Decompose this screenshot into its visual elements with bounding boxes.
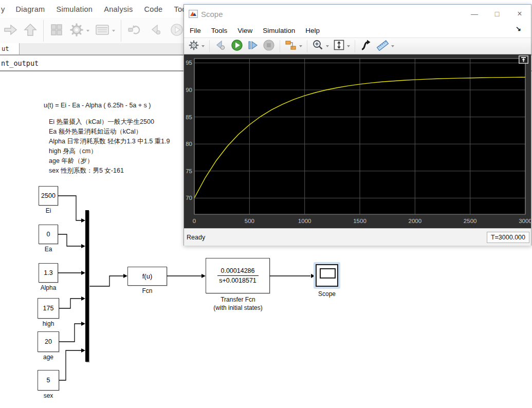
menu-item-file[interactable]: File	[184, 27, 206, 34]
scope-window: Scope — □ × File Tools View Simulation H…	[184, 4, 531, 246]
svg-text:85: 85	[186, 114, 192, 120]
gear-icon	[69, 22, 84, 40]
magnifier-icon	[312, 39, 324, 53]
menu-item-view[interactable]: View	[232, 27, 258, 34]
run-button[interactable]	[229, 39, 245, 53]
library-browser-button[interactable]	[47, 21, 66, 41]
update-diagram-button[interactable]	[124, 21, 146, 41]
model-data-editor-button[interactable]	[92, 21, 118, 41]
menu-item-simulation[interactable]: Simulation	[50, 5, 98, 13]
svg-text:80: 80	[186, 141, 192, 147]
chevron-down-icon	[347, 45, 350, 47]
fcn-block[interactable]: f(u) Fcn	[127, 267, 167, 294]
scope-status-bar: Ready T=3000.000	[184, 228, 531, 246]
menu-item-analysis[interactable]: Analysis	[98, 5, 138, 13]
status-text: Ready	[184, 234, 205, 241]
chevron-down-icon	[201, 45, 205, 47]
svg-text:2000: 2000	[409, 218, 422, 224]
maximize-button[interactable]: □	[486, 5, 508, 23]
trigger-button[interactable]	[358, 39, 374, 53]
scope-screen-icon	[320, 268, 336, 279]
constant-value: 1.3	[39, 263, 58, 283]
mux-block[interactable]	[85, 210, 89, 362]
simulation-time-readout: T=3000.000	[487, 232, 529, 243]
block-label: high	[38, 320, 59, 327]
model-settings-button[interactable]	[66, 21, 92, 41]
fraction-line	[217, 275, 259, 276]
chevron-down-icon	[326, 45, 329, 47]
scope-chart: 050010001500200025003000707580859095	[184, 54, 531, 228]
annotation-line: sex 性别系数：男5 女-161	[49, 166, 170, 176]
signal-selector-button[interactable]	[283, 39, 304, 53]
forward-button[interactable]	[0, 21, 21, 41]
zoom-in-button[interactable]	[310, 39, 331, 53]
block-label: sex	[38, 392, 59, 399]
corner-arrow-icon: ↘	[510, 25, 526, 32]
constant-block-ea[interactable]: 0 Ea	[39, 225, 58, 253]
ruler-icon	[376, 39, 389, 53]
model-tab[interactable]: ut	[0, 43, 20, 54]
model-annotation[interactable]: u(t) = Ei - Ea - Alpha ( 6.25h - 5a + s …	[44, 101, 170, 176]
svg-text:95: 95	[186, 60, 192, 66]
signal-selector-icon	[285, 40, 297, 53]
svg-text:2500: 2500	[464, 218, 477, 224]
step-forward-button[interactable]	[245, 39, 261, 53]
constant-block-alpha[interactable]: 1.3 Alpha	[39, 263, 58, 291]
dock-arrow-icon	[519, 55, 528, 64]
constant-block-age[interactable]: 20 age	[38, 331, 59, 361]
block-label: age	[38, 354, 59, 361]
toolbar-separator	[355, 40, 355, 52]
toolbar-separator	[307, 40, 307, 52]
svg-text:3000: 3000	[519, 218, 531, 224]
selection-highlight	[314, 262, 340, 289]
stop-button[interactable]	[261, 39, 277, 53]
play-icon	[169, 22, 185, 40]
fit-to-view-icon	[333, 39, 345, 53]
window-title: Scope	[201, 10, 463, 18]
refresh-icon	[127, 23, 143, 39]
measurements-button[interactable]	[374, 39, 396, 53]
step-back-button[interactable]	[146, 21, 167, 41]
minimize-button[interactable]: —	[463, 5, 486, 23]
block-label: Ei	[39, 207, 58, 214]
constant-block-high[interactable]: 175 high	[38, 298, 59, 327]
block-label: Transfer Fcn	[194, 295, 282, 304]
step-back-icon	[214, 40, 227, 53]
menu-item-code[interactable]: Code	[139, 5, 169, 13]
constant-value: 20	[38, 331, 59, 352]
menu-item-truncated[interactable]: y	[0, 5, 10, 13]
constant-value: 175	[38, 298, 59, 319]
chevron-down-icon	[86, 30, 89, 32]
menu-item-simulation[interactable]: Simulation	[258, 27, 300, 34]
up-button[interactable]	[21, 21, 40, 41]
chevron-down-icon	[112, 30, 115, 32]
annotation-line: high 身高（cm）	[49, 146, 170, 156]
scope-settings-button[interactable]	[186, 39, 207, 53]
block-label: Ea	[39, 246, 58, 253]
stop-icon	[263, 39, 275, 53]
scope-block[interactable]: Scope	[314, 262, 340, 298]
span-fit-button[interactable]	[331, 39, 352, 53]
scope-plot-area[interactable]: 050010001500200025003000707580859095	[184, 54, 531, 228]
annotation-line: age 年龄（岁）	[49, 156, 170, 166]
svg-text:70: 70	[186, 195, 192, 201]
menu-item-tools[interactable]: Tools	[206, 27, 233, 34]
chevron-down-icon	[391, 45, 394, 47]
step-back-icon	[149, 23, 164, 39]
step-back-button[interactable]	[212, 39, 229, 53]
close-button[interactable]: ×	[508, 5, 531, 23]
svg-text:75: 75	[186, 168, 192, 174]
scope-menubar: File Tools View Simulation Help ↘	[184, 23, 531, 38]
toolbar-separator	[280, 40, 280, 52]
chevron-down-icon	[299, 45, 302, 47]
svg-text:1500: 1500	[353, 218, 366, 224]
dock-scope-button[interactable]	[519, 55, 528, 66]
menu-item-diagram[interactable]: Diagram	[10, 5, 51, 13]
transfer-fcn-block[interactable]: 0.00014286 s+0.0018571 Transfer Fcn (wit…	[206, 258, 270, 312]
menu-item-help[interactable]: Help	[300, 27, 325, 34]
annotation-equation: u(t) = Ei - Ea - Alpha ( 6.25h - 5a + s …	[44, 101, 170, 110]
constant-block-sex[interactable]: 5 sex	[38, 370, 59, 399]
scope-title-bar: Scope — □ ×	[184, 5, 531, 23]
svg-text:90: 90	[186, 87, 192, 93]
constant-block-ei[interactable]: 2500 Ei	[39, 186, 58, 214]
